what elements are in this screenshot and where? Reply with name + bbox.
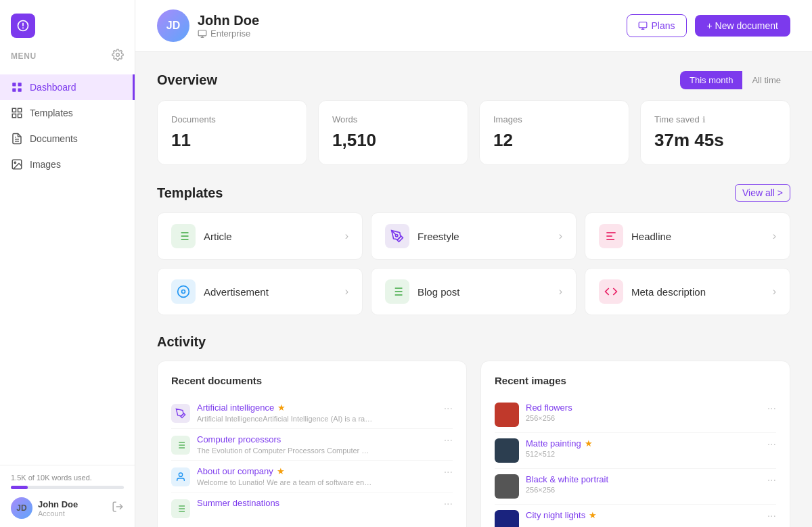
svg-rect-5 <box>12 108 16 112</box>
svg-point-26 <box>396 235 398 237</box>
recent-docs-title: Recent documents <box>171 375 453 386</box>
content-area: Overview This month All time Documents 1… <box>135 52 812 527</box>
topbar-actions: Plans + New document <box>627 14 790 37</box>
user-row: JD John Doe Account <box>11 497 124 519</box>
activity-grid: Recent documents Artificial intelligence… <box>157 361 790 527</box>
progress-bar-fill <box>11 486 28 489</box>
sidebar-item-documents[interactable]: Documents <box>0 126 135 152</box>
view-all-button[interactable]: View all > <box>735 184 790 202</box>
img-menu-icon[interactable]: ··· <box>767 438 776 451</box>
menu-row: MENU <box>0 49 135 72</box>
list-item[interactable]: About our company ★ Welcome to Lunatio! … <box>171 461 453 492</box>
doc-preview: The Evolution of Computer Processors Com… <box>197 446 373 455</box>
template-left: Advertisement <box>171 279 269 304</box>
img-menu-icon[interactable]: ··· <box>767 474 776 486</box>
logo-icon[interactable] <box>11 14 35 38</box>
svg-rect-4 <box>18 89 22 92</box>
nav-items: Dashboard Templates Documents Images <box>0 72 135 465</box>
sidebar-item-dashboard[interactable]: Dashboard <box>0 74 135 100</box>
img-menu-icon[interactable]: ··· <box>767 510 776 522</box>
logout-icon[interactable] <box>112 501 124 515</box>
stat-label: Time savedℹ <box>654 114 776 124</box>
svg-point-0 <box>116 53 120 57</box>
list-item[interactable]: Computer processors The Evolution of Com… <box>171 429 453 461</box>
stat-label: Images <box>493 114 615 124</box>
doc-menu-icon[interactable]: ··· <box>444 498 453 510</box>
star-icon: ★ <box>585 438 593 449</box>
template-name: Blog post <box>418 286 460 298</box>
template-icon <box>385 224 409 248</box>
images-list: Red flowers 256×256 ··· Matte painting ★… <box>495 397 776 527</box>
toggle-all-time[interactable]: All time <box>742 71 790 89</box>
svg-rect-3 <box>12 89 16 92</box>
stat-card: Words 1,510 <box>318 100 468 165</box>
doc-icon <box>171 404 190 423</box>
list-item[interactable]: Red flowers 256×256 ··· <box>495 397 776 433</box>
stat-value: 1,510 <box>332 130 454 151</box>
doc-icon <box>171 467 190 486</box>
stat-label: Documents <box>171 114 293 124</box>
template-icon <box>171 224 196 248</box>
stat-value: 11 <box>171 130 293 151</box>
chevron-right-icon: › <box>345 230 348 242</box>
toggle-this-month[interactable]: This month <box>680 71 742 89</box>
user-info: JD John Doe Account <box>11 497 78 519</box>
menu-label: MENU <box>11 51 37 61</box>
doc-content: Computer processors The Evolution of Com… <box>197 434 437 455</box>
list-item[interactable]: Summer destinations ··· <box>171 492 453 524</box>
template-icon <box>171 279 196 304</box>
svg-point-12 <box>14 162 16 163</box>
img-size: 256×256 <box>526 486 761 494</box>
svg-point-41 <box>179 473 182 476</box>
doc-menu-icon[interactable]: ··· <box>444 434 453 446</box>
img-title: Matte painting ★ <box>526 438 761 449</box>
template-icon <box>599 224 623 248</box>
img-menu-icon[interactable]: ··· <box>767 403 776 415</box>
template-icon <box>599 279 623 304</box>
chevron-right-icon: › <box>345 285 348 298</box>
sidebar-item-templates-label: Templates <box>30 108 73 118</box>
img-thumbnail <box>495 510 519 527</box>
doc-content: Summer destinations <box>197 498 437 510</box>
stat-label: Words <box>332 114 454 124</box>
profile-section: JD John Doe Enterprise <box>157 9 259 42</box>
doc-menu-icon[interactable]: ··· <box>444 466 453 478</box>
template-name: Meta description <box>631 286 706 298</box>
sidebar-item-dashboard-label: Dashboard <box>30 82 76 93</box>
img-info: Matte painting ★ 512×512 <box>526 438 761 458</box>
template-card[interactable]: Blog post › <box>371 268 577 315</box>
templates-section: Templates View all > Article › Freestyle… <box>157 184 790 315</box>
template-name: Advertisement <box>204 286 269 298</box>
sidebar-item-images-label: Images <box>30 159 61 170</box>
img-thumbnail <box>495 474 519 499</box>
chevron-right-icon: › <box>559 285 562 298</box>
template-card[interactable]: Meta description › <box>585 268 790 315</box>
list-item[interactable]: City night lights ★ ··· <box>495 505 776 527</box>
img-info: Black & white portrait 256×256 <box>526 474 761 494</box>
doc-title: Artificial intelligence ★ <box>197 403 437 413</box>
sidebar-item-images[interactable]: Images <box>0 152 135 177</box>
list-item[interactable]: Black & white portrait 256×256 ··· <box>495 469 776 505</box>
stat-card: Documents 11 <box>157 100 307 165</box>
plans-button[interactable]: Plans <box>627 14 687 37</box>
recent-documents-card: Recent documents Artificial intelligence… <box>157 361 467 527</box>
template-card[interactable]: Freestyle › <box>371 212 577 260</box>
svg-rect-6 <box>18 108 22 112</box>
template-card[interactable]: Headline › <box>585 212 790 260</box>
template-left: Blog post <box>385 279 460 304</box>
template-card[interactable]: Advertisement › <box>157 268 363 315</box>
sidebar: MENU Dashboard Templates Documents Image… <box>0 0 135 527</box>
profile-plan: Enterprise <box>198 28 259 39</box>
doc-menu-icon[interactable]: ··· <box>444 403 453 415</box>
list-item[interactable]: Artificial intelligence ★ Artificial Int… <box>171 397 453 429</box>
svg-point-31 <box>182 290 185 294</box>
template-card[interactable]: Article › <box>157 212 363 260</box>
stats-grid: Documents 11 Words 1,510 Images 12 Time … <box>157 100 790 165</box>
svg-rect-17 <box>639 22 647 28</box>
doc-title: About our company ★ <box>197 466 437 476</box>
settings-icon[interactable] <box>112 49 124 64</box>
sidebar-item-templates[interactable]: Templates <box>0 100 135 126</box>
list-item[interactable]: Matte painting ★ 512×512 ··· <box>495 433 776 469</box>
new-document-button[interactable]: + New document <box>695 15 790 37</box>
doc-title: Summer destinations <box>197 498 437 508</box>
